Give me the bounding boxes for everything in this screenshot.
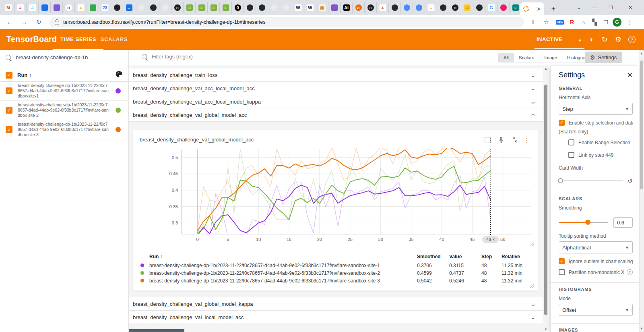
pinned-tab[interactable]: W xyxy=(304,2,316,13)
main-vertical-scrollbar[interactable]: ▲ ▼ xyxy=(543,67,548,332)
pinned-tab[interactable] xyxy=(280,2,292,13)
ignore-outliers-checkbox[interactable]: ✓ xyxy=(559,258,565,264)
status-caret-icon[interactable]: ▾ xyxy=(579,38,581,43)
reload-icon[interactable]: ↻ xyxy=(33,17,44,28)
pinned-tab[interactable] xyxy=(159,2,171,13)
pinned-tab[interactable] xyxy=(244,2,256,13)
table-header-run[interactable]: Run ↑ xyxy=(149,254,417,259)
run-checkbox[interactable]: ✓ xyxy=(6,87,12,94)
main-scrollbar-thumb[interactable] xyxy=(544,85,547,315)
table-row[interactable]: breast-density-challenge-dp-1b/2023-11-2… xyxy=(138,261,534,269)
card-width-reset-icon[interactable]: ↺ xyxy=(627,177,633,185)
gear-icon[interactable]: ⚙ xyxy=(613,35,623,44)
palette-icon[interactable] xyxy=(115,71,122,79)
tag-group-row[interactable]: breast_density_challenge_val_global_mode… xyxy=(129,297,543,311)
table-header-value[interactable]: Value xyxy=(449,254,481,259)
filter-toggle-scalars[interactable]: Scalars xyxy=(514,53,539,62)
brightness-icon[interactable]: ◑ xyxy=(586,35,596,44)
window-maximize-icon[interactable]: ❒ xyxy=(603,0,619,15)
tab-search-icon[interactable]: ⌄ xyxy=(571,0,587,15)
pin-icon[interactable] xyxy=(496,135,506,145)
tab-time-series[interactable]: TIME SERIES xyxy=(60,29,96,50)
pinned-tab[interactable] xyxy=(87,2,99,13)
url-bar[interactable]: tensorboard.sandbox.flos.navify.com/?run… xyxy=(49,17,524,27)
pinned-tab[interactable] xyxy=(147,2,159,13)
table-header-step[interactable]: Step xyxy=(481,254,502,259)
sidepanel-icon[interactable]: ❒ xyxy=(601,17,611,27)
fit-domain-icon[interactable] xyxy=(483,135,492,145)
pinned-tab[interactable]: W xyxy=(292,2,304,13)
run-checkbox[interactable]: ✓ xyxy=(6,107,12,114)
forward-icon[interactable]: → xyxy=(19,17,30,28)
run-status-dropdown[interactable]: INACTIVE xyxy=(537,29,563,50)
partition-help-icon[interactable]: ? xyxy=(627,269,633,275)
window-close-icon[interactable]: ✕ xyxy=(622,0,638,15)
page-scroll-up-icon[interactable]: ▲ xyxy=(639,52,644,55)
share-icon[interactable]: ⇪ xyxy=(528,17,539,27)
page-vertical-scrollbar[interactable]: ▲ ▼ xyxy=(639,50,644,332)
pinned-tab[interactable] xyxy=(413,2,425,13)
card-resize-handle[interactable] xyxy=(530,284,534,288)
browser-menu-icon[interactable]: ⋮ xyxy=(625,17,635,27)
more-options-icon[interactable]: ⋮ xyxy=(522,135,532,145)
table-row[interactable]: breast-density-challenge-dp-1b/2023-11-2… xyxy=(138,269,534,277)
pinned-tab[interactable]: o xyxy=(171,2,184,13)
settings-button[interactable]: ⚙ Settings xyxy=(585,52,622,63)
settings-close-icon[interactable]: ✕ xyxy=(627,71,633,79)
pinned-tab[interactable] xyxy=(437,2,449,13)
run-row[interactable]: ✓breast-density-challenge-dp-1b/2023-11-… xyxy=(0,120,129,139)
refresh-icon[interactable]: ↻ xyxy=(600,35,609,44)
pinned-tab[interactable]: AI xyxy=(341,2,353,13)
step-selection-checkbox[interactable]: ✓ xyxy=(559,120,565,126)
pinned-tab[interactable]: ☺ xyxy=(220,2,232,13)
pinned-tab[interactable]: o xyxy=(449,2,461,13)
extension-new-icon[interactable]: NEW xyxy=(555,17,565,27)
new-tab-button[interactable]: + xyxy=(548,4,559,14)
back-icon[interactable]: ← xyxy=(4,17,15,28)
tag-filter-input[interactable]: Filter tags (regex) xyxy=(137,54,193,60)
pinned-tab[interactable]: ☺ xyxy=(461,2,473,13)
pinned-tab[interactable]: ☺ xyxy=(196,2,208,13)
chevron-down-icon[interactable]: ⌄ xyxy=(530,314,536,320)
select-all-runs-checkbox[interactable]: ✓ xyxy=(6,72,12,79)
pinned-tab[interactable] xyxy=(401,2,413,13)
pinned-tab[interactable]: ▣ xyxy=(316,2,328,13)
histogram-mode-select[interactable]: Offset▼ xyxy=(559,304,633,316)
pinned-tab[interactable]: G xyxy=(485,2,497,13)
smoothing-knob[interactable] xyxy=(585,220,590,225)
extension-cap-icon[interactable]: ⌂ xyxy=(578,17,588,27)
extensions-puzzle-icon[interactable]: ▚ xyxy=(589,17,600,27)
line-chart[interactable]: 0.30.350.40.450.50510152025303540455048 … xyxy=(136,147,535,248)
pinned-tab[interactable]: ≡ xyxy=(123,2,135,13)
pinned-tab[interactable]: 23 xyxy=(99,2,111,13)
pinned-tab[interactable] xyxy=(497,2,510,13)
horizontal-scrollbar-thumb[interactable] xyxy=(129,329,184,332)
chevron-down-icon[interactable]: ⌄ xyxy=(530,72,536,78)
pinned-tab[interactable] xyxy=(473,2,485,13)
url-text[interactable]: tensorboard.sandbox.flos.navify.com/?run… xyxy=(63,19,265,25)
active-tab[interactable]: ✕ xyxy=(520,2,544,15)
pinned-tab[interactable]: 0 xyxy=(232,2,244,13)
pinned-tab[interactable]: ☺ xyxy=(208,2,220,13)
pinned-tab[interactable] xyxy=(389,2,401,13)
run-search-input[interactable] xyxy=(15,54,117,61)
filter-toggle-all[interactable]: All xyxy=(498,53,514,62)
window-minimize-icon[interactable]: — xyxy=(587,0,603,15)
run-checkbox[interactable]: ✓ xyxy=(6,126,12,133)
tab-scalars[interactable]: SCALARS xyxy=(101,29,128,50)
pinned-tab[interactable]: o xyxy=(365,2,377,13)
tab-close-icon[interactable]: ✕ xyxy=(537,6,541,12)
tag-group-row[interactable]: breast_density_challenge_val_global_mode… xyxy=(129,108,543,122)
chevron-down-icon[interactable]: ⌄ xyxy=(530,301,536,307)
table-row[interactable]: breast-density-challenge-dp-1b/2023-11-2… xyxy=(138,277,534,284)
scroll-down-icon[interactable]: ▼ xyxy=(543,328,548,331)
chevron-down-icon[interactable]: ⌄ xyxy=(530,85,536,91)
pinned-tab[interactable] xyxy=(51,2,63,13)
chart-resize-handle[interactable] xyxy=(530,242,534,246)
table-header-smoothed[interactable]: Smoothed xyxy=(417,254,449,259)
smoothing-value-input[interactable]: 0.6 xyxy=(613,217,633,228)
profile-avatar[interactable]: G xyxy=(612,17,622,27)
pinned-tab[interactable] xyxy=(328,2,341,13)
filter-toggle-image[interactable]: Image xyxy=(539,53,562,62)
pinned-tab[interactable]: # xyxy=(14,2,27,13)
